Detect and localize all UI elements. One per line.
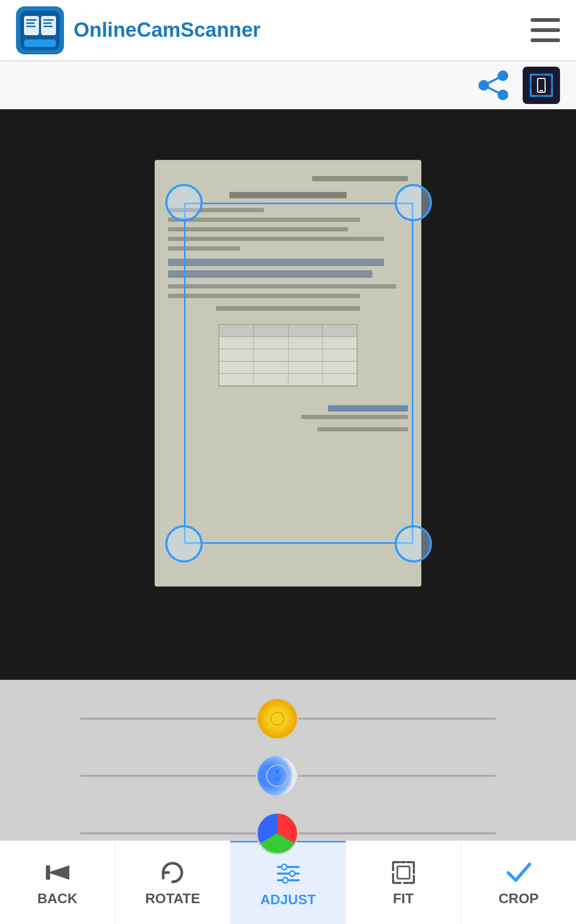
svg-line-27 xyxy=(269,725,271,727)
table-cell xyxy=(254,374,289,385)
crop-icon xyxy=(504,858,533,887)
doc-line-2 xyxy=(168,218,360,222)
brightness-icon xyxy=(265,706,290,731)
adjust-label: ADJUST xyxy=(260,891,316,908)
doc-subtitle xyxy=(216,306,360,311)
svg-line-24 xyxy=(269,710,271,712)
table-cell xyxy=(219,349,254,361)
svg-rect-7 xyxy=(43,19,54,21)
fit-icon xyxy=(389,858,418,887)
table-cell xyxy=(219,337,254,349)
bottom-navigation: BACK ROTATE ADJUST xyxy=(0,840,576,924)
color-slider-handle[interactable] xyxy=(256,812,299,855)
table-cell xyxy=(254,361,289,373)
table-cell xyxy=(289,349,323,361)
svg-point-37 xyxy=(290,871,295,876)
logo-text: OnlineCamScanner xyxy=(74,19,261,42)
exposure-icon: + − xyxy=(265,764,290,788)
scanned-document xyxy=(155,160,421,586)
fullscreen-icon xyxy=(528,72,555,99)
table-cell xyxy=(323,361,357,373)
crop-handle-bottom-right[interactable] xyxy=(395,525,432,563)
svg-rect-3 xyxy=(26,19,37,21)
nav-rotate[interactable]: ROTATE xyxy=(115,841,230,924)
doc-line-5 xyxy=(168,246,240,251)
table-row xyxy=(219,374,357,386)
svg-rect-8 xyxy=(43,22,52,24)
svg-point-19 xyxy=(271,712,284,725)
share-button[interactable] xyxy=(475,67,512,104)
nav-crop[interactable]: CROP xyxy=(461,841,576,924)
doc-date-line xyxy=(312,176,408,181)
handwritten-line-2 xyxy=(168,270,372,278)
doc-line-3 xyxy=(168,227,348,231)
svg-point-38 xyxy=(283,878,288,883)
table-cell xyxy=(219,374,254,385)
exposure-slider-row: + − xyxy=(0,752,576,800)
fullscreen-button[interactable] xyxy=(523,67,560,104)
svg-rect-39 xyxy=(393,862,414,883)
doc-line-4 xyxy=(168,237,384,241)
nav-adjust[interactable]: ADJUST xyxy=(230,841,346,924)
nav-back[interactable]: BACK xyxy=(0,841,115,924)
table-row xyxy=(219,349,357,361)
rotate-icon xyxy=(158,858,187,887)
doc-line-6 xyxy=(168,284,396,288)
phone-line xyxy=(317,427,408,431)
doc-table xyxy=(219,324,357,387)
back-label: BACK xyxy=(37,890,77,907)
signature-line xyxy=(328,405,408,412)
exposure-slider-handle[interactable]: + − xyxy=(256,754,299,797)
table-cell xyxy=(323,325,357,336)
fit-label: FIT xyxy=(393,890,414,907)
header: OnlineCamScanner xyxy=(0,0,576,61)
back-icon xyxy=(43,858,72,887)
logo-area: OnlineCamScanner xyxy=(16,6,261,54)
svg-rect-40 xyxy=(397,866,410,879)
svg-rect-4 xyxy=(26,22,35,24)
nav-fit[interactable]: FIT xyxy=(346,841,461,924)
svg-line-15 xyxy=(484,85,503,95)
hamburger-button[interactable] xyxy=(531,18,560,42)
rotate-label: ROTATE xyxy=(145,890,200,907)
main-image-area xyxy=(0,109,576,680)
table-header-row xyxy=(219,325,357,337)
doc-title-line xyxy=(229,192,347,198)
table-cell xyxy=(289,361,323,373)
logo-icon xyxy=(16,6,64,54)
table-cell xyxy=(289,337,323,349)
name-line xyxy=(301,415,408,419)
brightness-slider-handle[interactable] xyxy=(256,697,299,740)
crop-handle-bottom-left[interactable] xyxy=(165,525,203,563)
svg-rect-5 xyxy=(26,26,36,27)
adjust-icon xyxy=(274,859,303,888)
table-cell xyxy=(289,325,323,336)
svg-line-25 xyxy=(284,725,286,727)
svg-line-26 xyxy=(284,710,286,712)
table-cell xyxy=(219,361,254,373)
svg-rect-32 xyxy=(46,865,50,880)
table-cell xyxy=(219,325,254,336)
share-icon xyxy=(477,69,509,101)
table-cell xyxy=(254,349,289,361)
handwritten-line-1 xyxy=(168,259,384,266)
table-cell xyxy=(323,337,357,349)
svg-line-14 xyxy=(484,76,503,85)
toolbar xyxy=(0,61,576,109)
svg-marker-31 xyxy=(48,865,69,880)
svg-point-36 xyxy=(282,864,287,870)
brightness-slider-row xyxy=(0,695,576,743)
crop-handle-top-left[interactable] xyxy=(165,184,203,221)
table-cell xyxy=(289,374,323,385)
table-row xyxy=(219,337,357,349)
crop-handle-top-right[interactable] xyxy=(395,184,432,221)
table-cell xyxy=(323,374,357,385)
svg-rect-9 xyxy=(43,26,53,27)
crop-label: CROP xyxy=(499,890,539,907)
table-row xyxy=(219,361,357,374)
table-cell xyxy=(323,349,357,361)
doc-line-7 xyxy=(168,294,360,298)
svg-text:−: − xyxy=(275,775,279,783)
table-cell xyxy=(254,337,289,349)
table-cell xyxy=(254,325,289,336)
